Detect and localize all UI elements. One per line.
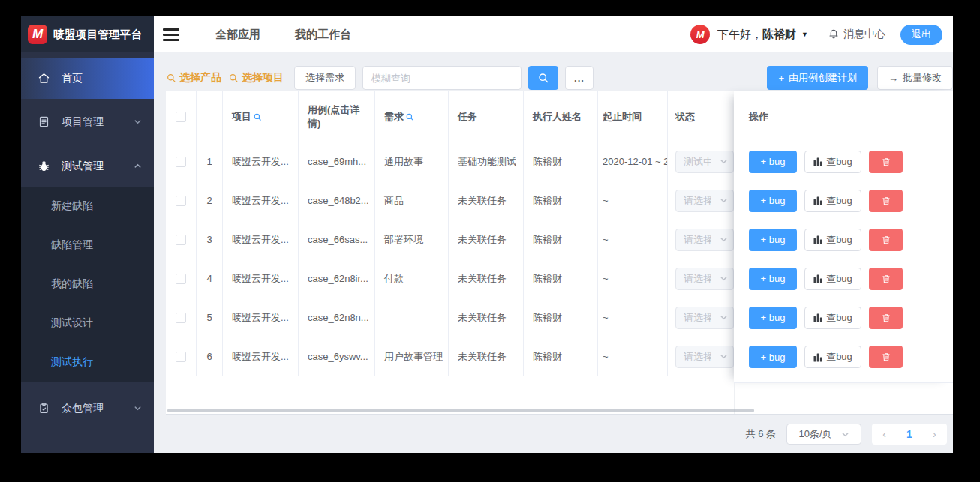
delete-button[interactable] xyxy=(869,346,903,368)
row-cell-dates: ~ xyxy=(598,220,668,259)
prev-page-button[interactable]: ‹ xyxy=(872,428,897,440)
testing-submenu: 新建缺陷 缺陷管理 我的缺陷 测试设计 测试执行 xyxy=(21,187,154,382)
row-checkbox[interactable] xyxy=(176,196,186,206)
add-bug-button[interactable]: + bug xyxy=(749,268,797,290)
row-cell-case[interactable]: case_62n8n... xyxy=(299,298,375,337)
delete-button[interactable] xyxy=(869,151,903,173)
row-cell-index: 5 xyxy=(197,298,223,337)
delete-button[interactable] xyxy=(869,190,903,212)
row-cell-executor: 陈裕财 xyxy=(524,259,598,298)
select-product-link[interactable]: 选择产品 xyxy=(166,71,221,85)
row-cell-dates: ~ xyxy=(598,181,668,220)
status-select[interactable]: 请选择 xyxy=(675,346,734,368)
user-menu[interactable]: 下午好， 陈裕财 ▼ xyxy=(717,28,808,42)
trash-icon xyxy=(881,196,891,206)
project-search-icon[interactable] xyxy=(253,112,262,121)
batch-edit-button[interactable]: → 批量修改 xyxy=(877,66,953,90)
horizontal-scrollbar[interactable] xyxy=(167,409,754,412)
status-select[interactable]: 请选择 xyxy=(675,190,734,212)
header-cell-task: 任务 xyxy=(449,91,524,142)
nav-all-apps[interactable]: 全部应用 xyxy=(215,28,260,42)
submenu-label: 测试设计 xyxy=(51,316,93,330)
row-cell-status: 请选择 xyxy=(668,181,734,220)
operations-row: + bug 查bug xyxy=(734,181,953,220)
status-select[interactable]: 请选择 xyxy=(675,229,734,251)
bar-chart-icon xyxy=(813,274,822,283)
operations-panel: 操作 + bug 查bug + bug 查bug + bug 查bug xyxy=(734,91,953,383)
row-cell-requirement: 商品 xyxy=(375,181,449,220)
avatar[interactable]: M xyxy=(690,25,710,44)
row-cell-case[interactable]: case_66sas... xyxy=(299,220,375,259)
row-checkbox[interactable] xyxy=(176,313,186,323)
view-bug-label: 查bug xyxy=(826,155,852,169)
status-select[interactable]: 请选择 xyxy=(675,307,734,329)
page-size-select[interactable]: 10条/页 xyxy=(786,424,861,445)
row-cell-checkbox xyxy=(166,337,197,376)
row-cell-task: 未关联任务 xyxy=(449,259,524,298)
create-plan-button[interactable]: + 由用例创建计划 xyxy=(767,66,868,90)
search-button[interactable] xyxy=(528,66,558,90)
view-bug-button[interactable]: 查bug xyxy=(804,151,861,173)
row-checkbox[interactable] xyxy=(176,235,186,245)
sidebar-item-partial[interactable]: 接口管理 xyxy=(21,439,154,453)
add-bug-button[interactable]: + bug xyxy=(749,346,797,368)
delete-button[interactable] xyxy=(869,268,903,290)
logo: M 唛盟项目管理平台 xyxy=(21,16,154,52)
sidebar-item-projects[interactable]: 项目管理 xyxy=(21,101,154,142)
add-bug-button[interactable]: + bug xyxy=(749,307,797,329)
search-icon xyxy=(537,72,549,84)
delete-button[interactable] xyxy=(869,307,903,329)
view-bug-button[interactable]: 查bug xyxy=(804,346,861,368)
row-cell-case[interactable]: case_6yswv... xyxy=(299,337,375,376)
select-product-label: 选择产品 xyxy=(179,71,221,85)
row-cell-checkbox xyxy=(166,259,197,298)
status-select[interactable]: 测试中 xyxy=(675,151,734,173)
submenu-item-test-execution[interactable]: 测试执行 xyxy=(21,343,154,382)
status-select[interactable]: 请选择 xyxy=(675,268,734,290)
row-cell-dates: ~ xyxy=(598,259,668,298)
add-bug-button[interactable]: + bug xyxy=(749,229,797,251)
submenu-item-my-defects[interactable]: 我的缺陷 xyxy=(21,265,154,304)
caret-down-icon: ▼ xyxy=(801,31,808,38)
sidebar-item-crowdsourcing[interactable]: 众包管理 xyxy=(21,388,154,429)
delete-button[interactable] xyxy=(869,229,903,251)
row-cell-case[interactable]: case_62n8ir... xyxy=(299,259,375,298)
sidebar-item-label: 项目管理 xyxy=(62,115,104,129)
add-bug-button[interactable]: + bug xyxy=(749,151,797,173)
nav-my-workbench[interactable]: 我的工作台 xyxy=(295,28,351,42)
row-checkbox[interactable] xyxy=(176,274,186,284)
current-page[interactable]: 1 xyxy=(897,428,921,440)
requirement-search-icon[interactable] xyxy=(405,112,414,121)
select-requirement-button[interactable]: 选择需求 xyxy=(294,66,356,90)
view-bug-button[interactable]: 查bug xyxy=(804,307,861,329)
hamburger-menu-icon[interactable] xyxy=(163,28,179,41)
view-bug-button[interactable]: 查bug xyxy=(804,268,861,290)
toolbar: 选择产品 选择项目 选择需求 ... + 由用例创建计划 → 批量修改 xyxy=(166,66,953,90)
row-cell-executor: 陈裕财 xyxy=(524,220,598,259)
row-checkbox[interactable] xyxy=(176,352,186,362)
submenu-item-new-defect[interactable]: 新建缺陷 xyxy=(21,187,154,226)
add-bug-button[interactable]: + bug xyxy=(749,190,797,212)
operations-row: + bug 查bug xyxy=(734,337,953,376)
row-cell-case[interactable]: case_69mh... xyxy=(299,142,375,181)
message-center[interactable]: 消息中心 xyxy=(828,28,885,42)
select-all-checkbox[interactable] xyxy=(176,112,186,122)
logout-button[interactable]: 退出 xyxy=(900,25,942,45)
submenu-item-defect-mgmt[interactable]: 缺陷管理 xyxy=(21,226,154,265)
more-filters-button[interactable]: ... xyxy=(565,66,594,90)
bar-chart-icon xyxy=(813,313,822,322)
view-bug-button[interactable]: 查bug xyxy=(804,190,861,212)
row-checkbox[interactable] xyxy=(176,157,186,167)
sidebar-item-home[interactable]: 首页 xyxy=(21,58,154,99)
row-cell-case[interactable]: case_648b2... xyxy=(299,181,375,220)
view-bug-button[interactable]: 查bug xyxy=(804,229,861,251)
submenu-item-test-design[interactable]: 测试设计 xyxy=(21,304,154,343)
select-project-label: 选择项目 xyxy=(242,71,284,85)
sidebar-item-testing[interactable]: 测试管理 xyxy=(21,145,154,187)
sidebar-item-label: 首页 xyxy=(62,72,83,85)
operations-row: + bug 查bug xyxy=(734,259,953,298)
row-cell-checkbox xyxy=(166,298,197,337)
select-project-link[interactable]: 选择项目 xyxy=(228,71,284,85)
fuzzy-search-input[interactable] xyxy=(362,66,522,90)
next-page-button[interactable]: › xyxy=(922,428,947,440)
